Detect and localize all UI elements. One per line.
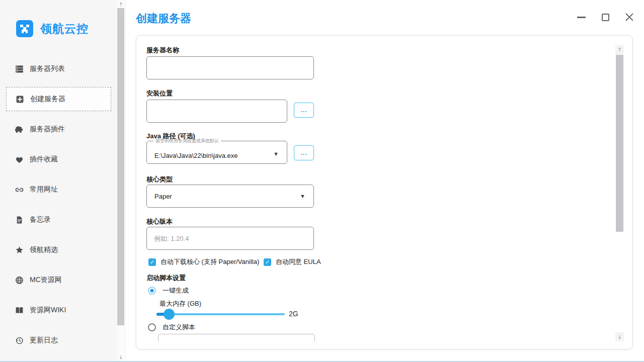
app-window: 领航云控 服务器列表 创建服务器 服务器插件	[0, 0, 644, 362]
scroll-up-icon[interactable]: ↑	[117, 0, 125, 8]
minimize-button[interactable]	[577, 13, 586, 22]
sidebar-item-label: MC资源网	[30, 276, 62, 285]
slider-thumb[interactable]	[164, 309, 175, 320]
java-path-hint: 留空则使用全局设置或系统默认	[153, 138, 221, 144]
sidebar: 领航云控 服务器列表 创建服务器 服务器插件	[0, 0, 126, 362]
sidebar-item-mc-resources[interactable]: MC资源网	[0, 268, 117, 292]
sidebar-nav: 服务器列表 创建服务器 服务器插件 插件收藏	[0, 57, 117, 358]
auto-download-core-checkbox-row[interactable]: ✓ 自动下载核心 (支持 Paper/Vanilla)	[148, 257, 259, 266]
form-scroll-viewport: 服务器名称 安装位置 ... Java 路径 (可选) 留空则使用全局设置或系统…	[136, 36, 632, 341]
sidebar-item-label: 备忘录	[30, 215, 51, 224]
core-type-value: Paper	[154, 193, 172, 200]
sidebar-item-featured[interactable]: 领航精选	[0, 238, 117, 262]
sidebar-item-label: 服务器插件	[30, 125, 65, 134]
startup-script-section-label: 启动脚本设置	[146, 274, 186, 283]
chevron-down-icon: ▼	[300, 193, 305, 199]
java-path-browse-button[interactable]: ...	[294, 145, 314, 160]
sidebar-item-label: 创建服务器	[30, 95, 65, 104]
max-memory-slider[interactable]: 2G	[156, 308, 323, 320]
sidebar-item-label: 插件收藏	[30, 155, 58, 164]
server-list-icon	[15, 65, 24, 73]
server-name-input[interactable]	[146, 56, 314, 79]
form-scrollbar-thumb[interactable]	[616, 55, 623, 232]
form-scroll-up-button[interactable]: ↑	[615, 45, 624, 54]
link-icon	[15, 186, 24, 194]
custom-script-radio-row[interactable]: 自定义脚本	[148, 323, 195, 332]
history-icon	[15, 336, 24, 345]
close-button[interactable]	[625, 13, 634, 22]
max-memory-label: 最大内存 (GB)	[159, 299, 201, 308]
star-icon	[15, 246, 24, 254]
sidebar-item-server-plugins[interactable]: 服务器插件	[0, 117, 117, 141]
slider-track[interactable]	[156, 313, 285, 315]
memo-icon	[15, 216, 24, 224]
sidebar-item-label: 服务器列表	[30, 64, 65, 73]
checkbox-checked-icon[interactable]: ✓	[148, 258, 156, 266]
scroll-down-icon: ↓	[617, 334, 621, 340]
java-path-combobox[interactable]: 留空则使用全局设置或系统默认 E:\Java\Java\22\bin\java.…	[146, 138, 287, 164]
main-area: 创建服务器 服务器名称 安装位置 ... Java 路径 (可选) 留空则使用全	[126, 0, 644, 362]
sidebar-item-memo[interactable]: 备忘录	[0, 208, 117, 232]
radio-unselected-icon[interactable]	[148, 323, 156, 331]
scroll-down-icon[interactable]: ↓	[117, 353, 125, 361]
scroll-up-icon: ↑	[617, 47, 621, 52]
form-scroll-down-button[interactable]: ↓	[615, 332, 624, 341]
create-server-form-card: 服务器名称 安装位置 ... Java 路径 (可选) 留空则使用全局设置或系统…	[136, 35, 633, 349]
sidebar-item-label: 资源网WIKI	[30, 306, 66, 315]
core-version-input[interactable]	[146, 227, 314, 250]
server-name-label: 服务器名称	[146, 46, 179, 55]
core-version-label: 核心版本	[146, 217, 173, 226]
install-location-label: 安装位置	[146, 89, 173, 98]
install-location-input[interactable]	[146, 100, 287, 123]
sidebar-item-label: 更新日志	[30, 336, 58, 345]
one-click-generate-label: 一键生成	[163, 286, 189, 295]
window-controls	[577, 13, 634, 22]
radio-selected-icon[interactable]	[148, 287, 156, 295]
sidebar-item-create-server[interactable]: 创建服务器	[6, 87, 111, 111]
creeper-logo-icon	[16, 20, 33, 37]
sidebar-item-changelog[interactable]: 更新日志	[0, 328, 117, 352]
sidebar-scrollbar-thumb[interactable]	[117, 8, 124, 325]
maximize-button[interactable]	[601, 13, 610, 22]
book-icon	[15, 306, 24, 315]
auto-agree-eula-label: 自动同意 EULA	[276, 257, 321, 266]
sidebar-item-label: 领航精选	[30, 245, 58, 254]
java-path-value: E:\Java\Java\22\bin\java.exe	[154, 152, 238, 159]
app-title: 领航云控	[40, 21, 89, 37]
app-logo: 领航云控	[16, 20, 89, 37]
create-server-icon	[16, 95, 24, 104]
custom-script-input[interactable]	[158, 334, 315, 341]
custom-script-label: 自定义脚本	[163, 323, 195, 332]
auto-download-core-label: 自动下载核心 (支持 Paper/Vanilla)	[160, 257, 259, 266]
sidebar-item-label: 常用网址	[30, 185, 58, 194]
sidebar-item-common-urls[interactable]: 常用网址	[0, 177, 117, 202]
sidebar-scrollbar[interactable]: ↑ ↓	[117, 0, 125, 362]
page-title: 创建服务器	[136, 11, 191, 26]
auto-agree-eula-checkbox-row[interactable]: ✓ 自动同意 EULA	[264, 257, 321, 266]
heart-icon	[15, 155, 24, 164]
sidebar-item-plugin-favorites[interactable]: 插件收藏	[0, 147, 117, 171]
sidebar-item-resource-wiki[interactable]: 资源网WIKI	[0, 298, 117, 322]
plugin-icon	[15, 125, 24, 134]
checkbox-checked-icon[interactable]: ✓	[264, 258, 271, 266]
max-memory-value: 2G	[289, 310, 298, 318]
sidebar-item-server-list[interactable]: 服务器列表	[0, 57, 117, 81]
install-location-browse-button[interactable]: ...	[294, 103, 314, 118]
one-click-generate-radio-row[interactable]: 一键生成	[148, 286, 189, 295]
globe-icon	[15, 276, 24, 285]
chevron-down-icon: ▼	[273, 151, 279, 157]
core-type-select[interactable]: Paper ▼	[146, 185, 314, 208]
core-type-label: 核心类型	[146, 175, 173, 184]
